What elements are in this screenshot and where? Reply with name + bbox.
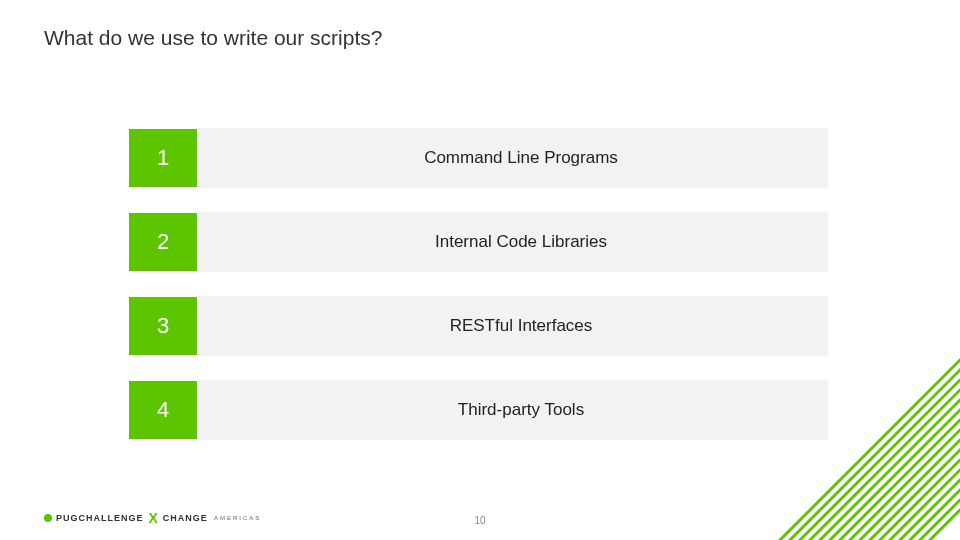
svg-line-7 bbox=[810, 390, 960, 540]
svg-line-13 bbox=[870, 450, 960, 540]
list-item: 1 Command Line Programs bbox=[128, 128, 828, 188]
item-number: 2 bbox=[128, 212, 198, 272]
svg-line-9 bbox=[830, 410, 960, 540]
logo-x-icon: X bbox=[149, 510, 158, 526]
logo-text2: CHANGE bbox=[163, 513, 208, 523]
item-number: 3 bbox=[128, 296, 198, 356]
svg-line-15 bbox=[890, 470, 960, 540]
item-label: Internal Code Libraries bbox=[214, 212, 828, 272]
logo-subtext: AMERICAS bbox=[214, 515, 261, 521]
item-label: Command Line Programs bbox=[214, 128, 828, 188]
list-item: 2 Internal Code Libraries bbox=[128, 212, 828, 272]
row-spacer bbox=[198, 128, 214, 188]
item-number: 4 bbox=[128, 380, 198, 440]
svg-line-12 bbox=[860, 440, 960, 540]
svg-line-11 bbox=[850, 430, 960, 540]
item-list: 1 Command Line Programs 2 Internal Code … bbox=[128, 128, 828, 464]
item-label: Third-party Tools bbox=[214, 380, 828, 440]
row-spacer bbox=[198, 380, 214, 440]
page-number: 10 bbox=[474, 515, 485, 526]
logo-dot-icon bbox=[44, 514, 52, 522]
slide-title: What do we use to write our scripts? bbox=[44, 26, 382, 50]
logo-text: PUGCHALLENGE bbox=[56, 513, 144, 523]
list-item: 3 RESTful Interfaces bbox=[128, 296, 828, 356]
list-item: 4 Third-party Tools bbox=[128, 380, 828, 440]
svg-line-14 bbox=[880, 460, 960, 540]
row-spacer bbox=[198, 212, 214, 272]
svg-line-10 bbox=[840, 420, 960, 540]
svg-line-8 bbox=[820, 400, 960, 540]
item-label: RESTful Interfaces bbox=[214, 296, 828, 356]
row-spacer bbox=[198, 296, 214, 356]
brand-logo: PUGCHALLENGE X CHANGE AMERICAS bbox=[44, 510, 261, 526]
item-number: 1 bbox=[128, 128, 198, 188]
